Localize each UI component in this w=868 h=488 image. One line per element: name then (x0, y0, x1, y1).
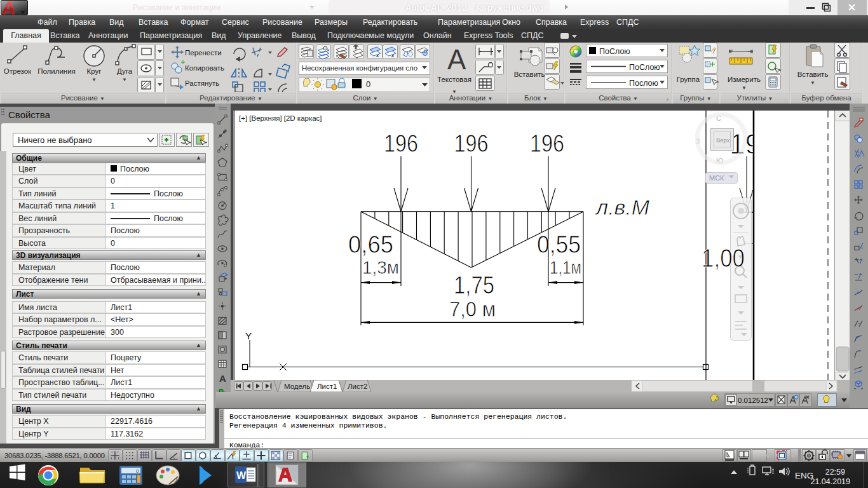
svg-text:7,0 м: 7,0 м (449, 297, 496, 321)
svg-text:Y: Y (245, 330, 252, 341)
svg-text:0: 0 (136, 468, 139, 474)
svg-text:1,00: 1,00 (702, 244, 745, 272)
svg-text:л.в.М: л.в.М (595, 195, 650, 219)
svg-text:1,3м: 1,3м (362, 257, 399, 278)
svg-text:0,65: 0,65 (348, 231, 393, 258)
svg-text:0,55: 0,55 (537, 231, 581, 258)
svg-text:Верх: Верх (716, 137, 730, 144)
svg-text:A: A (1, 0, 17, 15)
svg-text:0: 0 (366, 79, 370, 89)
svg-text:Модель: Модель (284, 383, 310, 390)
svg-text:1,75: 1,75 (454, 272, 494, 299)
svg-text:Лист1: Лист1 (317, 383, 337, 390)
svg-text:[+] [Верхняя] [2D каркас]: [+] [Верхняя] [2D каркас] (239, 114, 322, 122)
svg-text:Несохраненная конфигурация сло: Несохраненная конфигурация сло (302, 64, 417, 72)
svg-text:196: 196 (530, 130, 564, 157)
svg-text:30683.0235, -3888.6521, 0.0000: 30683.0235, -3888.6521, 0.0000 (4, 452, 105, 459)
svg-text:196: 196 (384, 130, 418, 157)
svg-text:22:59: 22:59 (825, 468, 845, 477)
svg-text:ПоСлою: ПоСлою (629, 63, 660, 72)
svg-text:W: W (236, 470, 247, 481)
svg-text:0.012512: 0.012512 (738, 396, 768, 404)
svg-text:1,1м: 1,1м (550, 257, 581, 278)
svg-text:Лист2: Лист2 (348, 383, 367, 390)
svg-text:Послою: Послою (629, 79, 658, 88)
svg-text:21.04.2019: 21.04.2019 (810, 477, 850, 486)
svg-text:ПоСлою: ПоСлою (599, 47, 630, 56)
svg-text:196: 196 (454, 130, 489, 157)
svg-text:A: A (219, 373, 226, 384)
svg-text:МСК: МСК (709, 174, 724, 182)
